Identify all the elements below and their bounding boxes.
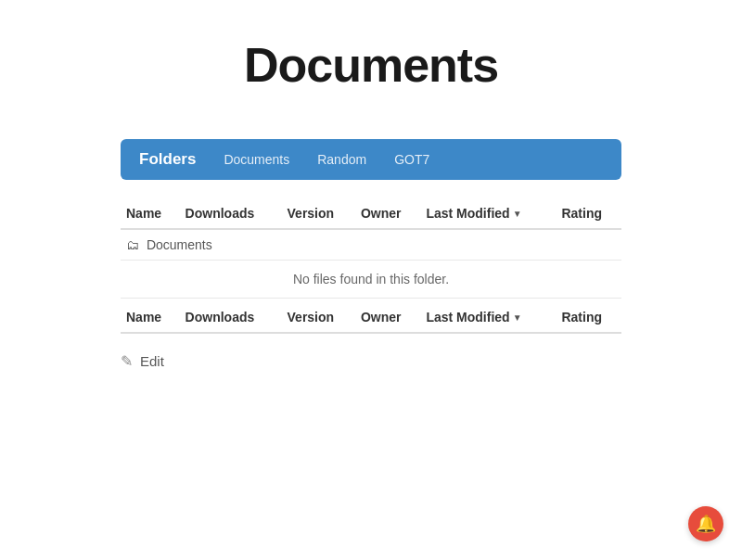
edit-section: ✎ Edit — [121, 352, 621, 370]
col-last-modified-2[interactable]: Last Modified ▼ — [420, 302, 556, 333]
tab-random[interactable]: Random — [317, 152, 366, 167]
col-last-modified-1[interactable]: Last Modified ▼ — [420, 198, 556, 229]
file-table-1: Name Downloads Version Owner Last Modifi… — [121, 198, 621, 299]
col-owner-2: Owner — [355, 302, 421, 333]
tab-documents[interactable]: Documents — [224, 152, 289, 167]
table-header-row-1: Name Downloads Version Owner Last Modifi… — [121, 198, 621, 229]
tab-got7[interactable]: GOT7 — [394, 152, 429, 167]
no-files-row: No files found in this folder. — [121, 261, 621, 299]
page-container: Documents Folders Documents Random GOT7 … — [0, 0, 742, 560]
notification-bell[interactable]: 🔔 — [688, 506, 723, 541]
col-name-1: Name — [121, 198, 180, 229]
sort-icon-1: ▼ — [513, 209, 522, 219]
no-files-message: No files found in this folder. — [121, 261, 621, 299]
col-name-2: Name — [121, 302, 180, 333]
folder-documents-cell: 🗂 Documents — [121, 229, 621, 261]
edit-icon: ✎ — [121, 352, 133, 370]
bell-icon: 🔔 — [696, 514, 716, 534]
col-owner-1: Owner — [355, 198, 421, 229]
folders-label: Folders — [139, 150, 196, 169]
col-version-2: Version — [282, 302, 355, 333]
folder-documents-row[interactable]: 🗂 Documents — [121, 229, 621, 261]
col-downloads-2: Downloads — [180, 302, 282, 333]
table-header-row-2: Name Downloads Version Owner Last Modifi… — [121, 302, 621, 333]
edit-button[interactable]: Edit — [140, 353, 164, 369]
col-rating-1: Rating — [556, 198, 621, 229]
table-container-1: Name Downloads Version Owner Last Modifi… — [121, 198, 621, 299]
col-downloads-1: Downloads — [180, 198, 282, 229]
table-container-2: Name Downloads Version Owner Last Modifi… — [121, 302, 621, 334]
sort-icon-2: ▼ — [513, 312, 522, 323]
col-version-1: Version — [282, 198, 355, 229]
folder-icon: 🗂 — [126, 237, 139, 252]
col-rating-2: Rating — [556, 302, 621, 333]
page-title: Documents — [244, 37, 498, 93]
folders-bar: Folders Documents Random GOT7 — [121, 139, 621, 180]
folder-documents-name: Documents — [147, 237, 212, 252]
file-table-2: Name Downloads Version Owner Last Modifi… — [121, 302, 621, 334]
